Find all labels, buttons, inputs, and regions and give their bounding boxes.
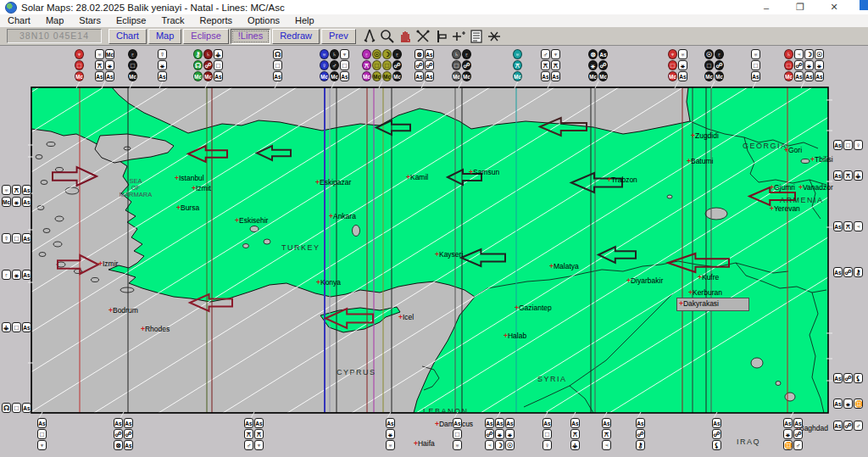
astro-badge: As (833, 221, 843, 231)
toolbar-button-eclipse[interactable]: Eclipse (183, 29, 228, 44)
astro-badge: Mc (362, 71, 371, 81)
astro-badge: As (833, 140, 843, 150)
astro-badge: Mc (382, 71, 392, 81)
menu-item-options[interactable]: Options (240, 14, 287, 27)
astro-badge: As (425, 49, 434, 59)
windmill-icon[interactable] (486, 28, 504, 44)
menu-item-help[interactable]: Help (287, 14, 322, 27)
coordinate-readout: 38N10 045E14 (7, 29, 102, 43)
astro-badge: ☍ (793, 429, 803, 439)
astro-badge: Mc (193, 71, 203, 81)
astro-badge: ♅ (2, 185, 11, 195)
menu-item-stars[interactable]: Stars (71, 14, 108, 27)
maximize-button[interactable]: ❐ (783, 0, 817, 14)
crosshair-icon[interactable] (450, 28, 468, 44)
island (53, 242, 62, 247)
astro-badge: As (22, 403, 31, 413)
astro-badge: ♄ (330, 49, 339, 59)
dividers-icon[interactable] (361, 28, 379, 44)
minimize-button[interactable]: – (749, 0, 783, 14)
astro-badge: ♇ (715, 49, 724, 59)
astro-badge: As (678, 71, 687, 81)
astro-badge: As (833, 170, 843, 181)
astro-badge: ☍ (462, 60, 471, 70)
astro-badge: ⚹ (815, 60, 824, 70)
toolbar-button-redraw[interactable]: Redraw (272, 29, 320, 44)
menu-item-chart[interactable]: Chart (0, 14, 38, 27)
map-canvas[interactable] (0, 45, 868, 457)
astro-badge: Mc (598, 71, 608, 81)
menu-item-eclipse[interactable]: Eclipse (108, 14, 153, 27)
island (55, 216, 64, 221)
astro-badge: ♄ (784, 49, 793, 59)
toolbar-button-prev[interactable]: Prev (321, 29, 356, 44)
window-controls: – ❐ ✕ (749, 0, 851, 14)
country-label-iraq: IRAQ (737, 437, 760, 446)
zoom-icon[interactable] (379, 28, 397, 44)
astro-badge: ⚻ (843, 170, 853, 181)
astro-badge: ⚻ (254, 429, 264, 439)
city-label-eskisehir: +Eskisehir (235, 217, 268, 225)
astro-badge: ♅ (751, 49, 760, 59)
country-label-syria: SYRIA (537, 375, 567, 383)
toolbar-button-chart[interactable]: Chart (108, 29, 147, 44)
city-marker: + (810, 155, 815, 164)
country-label-armenia: ARMENIA (780, 196, 824, 204)
city-label-kerburan: +Kerburan (688, 289, 722, 297)
astro-badge: As (495, 418, 504, 428)
astro-badge: ♅ (386, 440, 395, 450)
toolbar-button-map[interactable]: Map (148, 29, 181, 44)
background-window-edge (860, 0, 868, 10)
city-marker: + (398, 313, 403, 321)
city-marker: + (770, 204, 774, 213)
close-button[interactable]: ✕ (817, 0, 851, 14)
astro-badge: ♆ (75, 49, 84, 59)
astro-badge: □ (843, 140, 853, 150)
astro-badge: Mc (128, 71, 137, 81)
lake (776, 382, 781, 386)
window-title: Solar Maps: 28.02.2025 Balik yeniayi - N… (21, 3, 285, 13)
astro-badge: ♀ (542, 440, 552, 450)
report-icon[interactable] (468, 28, 486, 44)
astro-badge: ☿ (158, 49, 167, 59)
menu-item-track[interactable]: Track (153, 14, 192, 27)
island (41, 181, 47, 185)
city-label-istanbul: +Istanbul (175, 175, 204, 182)
astro-badge: ☽ (804, 49, 814, 59)
astro-badge: ⚸ (854, 373, 863, 383)
city-marker: + (515, 304, 519, 312)
island (120, 287, 134, 293)
astro-badge: As (22, 197, 31, 207)
astro-badge: ⚹ (783, 429, 793, 439)
city-label-zugdidi: +Zugdidi (691, 132, 719, 140)
scissors-icon[interactable] (415, 28, 432, 44)
selected-city-label: +Dakyrakasi (679, 300, 719, 308)
astro-badge: As (505, 418, 515, 428)
astro-badge: ♂ (541, 49, 550, 59)
menu-item-map[interactable]: Map (38, 14, 71, 27)
lake (243, 244, 249, 248)
toolbar-button-lines[interactable]: !Lines (231, 29, 270, 44)
astro-badge: ⊗ (588, 49, 598, 59)
menu-bar: ChartMapStarsEclipseTrackReportsOptionsH… (0, 14, 868, 28)
app-globe-icon (5, 2, 17, 14)
astro-badge: ⚹ (12, 197, 21, 207)
astro-badge: Mc (715, 71, 724, 81)
astro-badge: ⚷ (636, 440, 645, 450)
astro-badge: ♃ (794, 49, 804, 59)
city-label-gaziantep: +Gaziantep (515, 304, 552, 312)
menu-item-reports[interactable]: Reports (192, 14, 241, 27)
astro-badge: □ (273, 60, 282, 70)
astro-badge: ⚹ (386, 429, 395, 439)
astro-badge: As (551, 71, 560, 81)
astro-badge: ☉ (704, 49, 714, 59)
astro-badge: □ (75, 60, 84, 70)
pan-hand-icon[interactable] (397, 28, 415, 44)
astro-badge: □ (214, 60, 223, 70)
astro-badge: ♆ (37, 440, 47, 450)
astro-badge: As (485, 418, 494, 428)
flag-icon[interactable] (432, 28, 450, 44)
astro-badge: ♅ (513, 49, 522, 59)
astro-badge: As (793, 418, 803, 428)
astro-badge: ☍ (636, 429, 645, 439)
